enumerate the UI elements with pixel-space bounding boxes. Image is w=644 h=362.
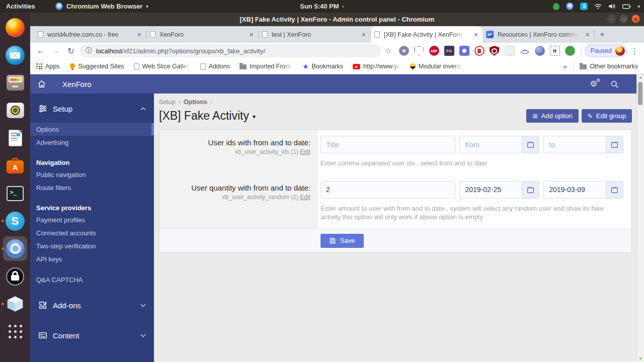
- tab-close-icon[interactable]: ×: [136, 31, 142, 39]
- ext-ufo-icon[interactable]: [520, 46, 530, 56]
- xenforo-brand[interactable]: XenForo: [62, 80, 92, 88]
- scroll-up-arrow[interactable]: ▲: [637, 75, 644, 79]
- minimize-button[interactable]: −: [607, 15, 616, 23]
- profile-paused-button[interactable]: Paused: [585, 44, 627, 57]
- search-icon[interactable]: [610, 80, 619, 88]
- sidebar-item-options[interactable]: Options: [30, 123, 154, 136]
- new-tab-button[interactable]: +: [595, 26, 610, 43]
- tab-test-xenforo[interactable]: test | XenForo ×: [259, 26, 370, 43]
- bookmark-youtube[interactable]: ▶ http://www.youtube: [353, 63, 400, 70]
- bookmark-apps[interactable]: Apps: [36, 63, 60, 70]
- home-button[interactable]: [37, 79, 50, 88]
- battery-icon[interactable]: [622, 4, 631, 9]
- sidebar-item-payment-profiles[interactable]: Payment profiles: [30, 213, 154, 226]
- sidebar-item-route-filters[interactable]: Route filters: [30, 181, 154, 194]
- from-calendar-button[interactable]: [522, 136, 539, 153]
- address-bar[interactable]: ⓘ localhost/xf21/admin.php?options/group…: [79, 44, 381, 57]
- dock-item-skype[interactable]: S: [0, 207, 30, 235]
- ext-green-pin-icon[interactable]: [565, 46, 575, 56]
- sidebar-section-add-ons[interactable]: Add-ons: [30, 296, 154, 314]
- bookmark-star-icon[interactable]: ☆: [385, 46, 391, 55]
- close-button[interactable]: ×: [631, 15, 640, 23]
- browser-menu-icon[interactable]: ⋮: [629, 46, 640, 56]
- tray-pin-icon[interactable]: [553, 3, 559, 10]
- maximize-button[interactable]: ▢: [619, 15, 628, 23]
- dock-item-libreoffice-writer[interactable]: [0, 124, 30, 152]
- edit-option-link[interactable]: Edit: [300, 148, 310, 155]
- ext-shield-icon[interactable]: [414, 46, 424, 56]
- tab-resources[interactable]: xF Resources | XenForo community ×: [482, 26, 594, 43]
- tab-close-icon[interactable]: ×: [585, 31, 591, 39]
- sidebar-section-setup[interactable]: Setup: [30, 100, 154, 118]
- wifi-icon[interactable]: [594, 4, 602, 10]
- ext-fg-icon[interactable]: FG: [444, 46, 454, 56]
- bookmark-imported-from[interactable]: Imported From IE: [239, 63, 293, 70]
- dock-item-thunderbird[interactable]: [0, 41, 30, 69]
- forward-button[interactable]: →: [49, 46, 62, 55]
- save-button[interactable]: Save: [320, 234, 364, 248]
- edit-option-link[interactable]: Edit: [300, 194, 310, 201]
- bookmark-addons[interactable]: Addons: [200, 63, 230, 70]
- ext-video-downloader-icon[interactable]: [399, 46, 409, 56]
- scroll-down-arrow[interactable]: ▼: [637, 356, 644, 361]
- add-option-button[interactable]: ⊞ Add option: [526, 109, 578, 123]
- ext-n-capture-icon[interactable]: N: [550, 46, 560, 56]
- ext-globe-icon[interactable]: [535, 46, 545, 56]
- dock-item-firefox[interactable]: [0, 14, 30, 41]
- clock[interactable]: Sun 5:40 PM ●: [300, 3, 344, 10]
- ext-inactive-icon[interactable]: [505, 46, 515, 56]
- scrollbar-thumb[interactable]: [638, 82, 642, 105]
- page-scrollbar[interactable]: ▲ ▼: [636, 74, 644, 362]
- ext-translator-icon[interactable]: [459, 46, 469, 56]
- tray-chevron-down-icon[interactable]: ▾: [637, 4, 640, 9]
- to-calendar-button[interactable]: [606, 182, 623, 198]
- sidebar-item-advertising[interactable]: Advertising: [30, 136, 154, 149]
- from-date-input[interactable]: [460, 182, 522, 198]
- breadcrumb-setup-link[interactable]: Setup: [159, 99, 176, 106]
- to-date-input[interactable]: [544, 136, 606, 153]
- ext-adblock-plus-icon[interactable]: ABP: [429, 46, 439, 56]
- ext-red-shield-icon[interactable]: [490, 46, 500, 56]
- dock-item-ubuntu-software[interactable]: A: [0, 152, 30, 179]
- bookmarks-overflow-icon[interactable]: »: [563, 62, 567, 70]
- dock-item-terminal[interactable]: >_: [0, 179, 30, 207]
- tab-close-icon[interactable]: ×: [473, 31, 479, 39]
- tray-chromium-icon[interactable]: [566, 3, 574, 10]
- site-info-icon[interactable]: ⓘ: [86, 46, 92, 55]
- tab-world4ufree[interactable]: world4ufree.com.co - free ×: [34, 26, 146, 43]
- page-title-dropdown[interactable]: [XB] Fake Activity ▾: [159, 109, 256, 123]
- sidebar-item-connected-accounts[interactable]: Connected accounts: [30, 226, 154, 239]
- tab-close-icon[interactable]: ×: [361, 31, 367, 39]
- bookmark-bookmarks[interactable]: ★ Bookmarks: [302, 62, 343, 70]
- back-button[interactable]: ←: [34, 46, 47, 55]
- tab-fake-activity-active[interactable]: [XB] Fake Activity | XenForo ×: [371, 26, 482, 43]
- bookmark-modular-inversion[interactable]: Modular inversion: [410, 63, 463, 70]
- from-date-input[interactable]: [460, 136, 522, 153]
- sidebar-item-api-keys[interactable]: API keys: [30, 252, 154, 265]
- activities-button[interactable]: Activities: [6, 3, 35, 10]
- quantity-input[interactable]: [320, 181, 455, 199]
- to-calendar-button[interactable]: [606, 136, 623, 153]
- breadcrumb-options-link[interactable]: Options: [184, 99, 207, 106]
- bookmark-suggested-sites[interactable]: Suggested Sites: [69, 63, 124, 70]
- dock-item-app-grid[interactable]: [0, 318, 30, 345]
- to-date-input[interactable]: [544, 182, 606, 198]
- bookmark-web-slice-gallery[interactable]: Web Slice Gallery: [134, 63, 191, 70]
- tab-close-icon[interactable]: ×: [249, 31, 255, 39]
- tab-xenforo[interactable]: XenForo ×: [146, 26, 258, 43]
- sidebar-item-public-navigation[interactable]: Public navigation: [30, 168, 154, 181]
- sidebar-item-qa-captcha[interactable]: Q&A CAPTCHA: [30, 273, 154, 286]
- other-bookmarks-button[interactable]: Other bookmarks: [580, 63, 638, 70]
- dock-item-chromium[interactable]: [0, 235, 30, 262]
- edit-group-button[interactable]: ✎ Edit group: [582, 109, 632, 123]
- tray-skype-icon[interactable]: S: [580, 3, 588, 10]
- settings-gears-icon[interactable]: ⚙⚙: [590, 80, 597, 88]
- dock-item-keepass[interactable]: [0, 262, 30, 290]
- dock-item-media-player[interactable]: [0, 97, 30, 124]
- title-input[interactable]: [320, 136, 455, 153]
- dock-item-virtualbox[interactable]: [0, 290, 30, 318]
- from-calendar-button[interactable]: [522, 182, 539, 198]
- app-menu[interactable]: Chromium Web Browser ▾: [55, 3, 148, 10]
- dock-item-file-manager[interactable]: [0, 69, 30, 97]
- ext-stop-hand-icon[interactable]: [474, 46, 485, 56]
